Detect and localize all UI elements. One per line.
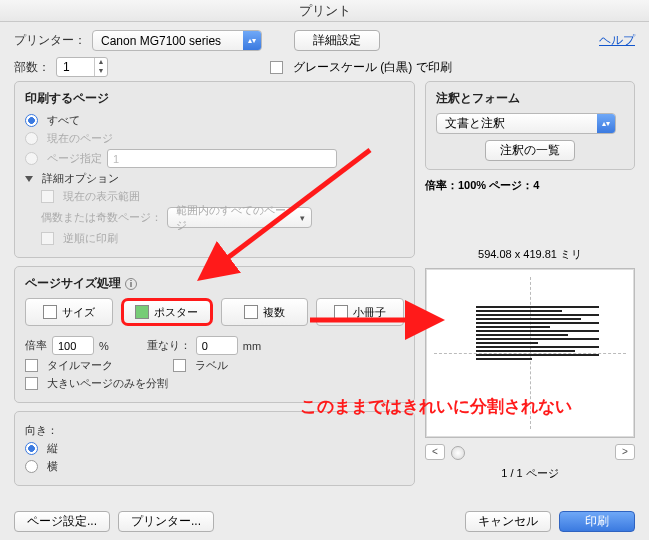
print-range-panel: 印刷するページ すべて 現在のページ ページ指定 1 詳細オプション 現在の表示…	[14, 81, 415, 258]
annotations-panel: 注釈とフォーム 文書と注釈▴▾ 注釈の一覧	[425, 81, 635, 170]
page-specify-input: 1	[107, 149, 337, 168]
preview-dims: 594.08 x 419.81 ミリ	[425, 247, 635, 262]
page-sizing-panel: ページサイズ処理i サイズ ポスター 複数 小冊子 倍率 100 % 重なり： …	[14, 266, 415, 403]
info-icon[interactable]: i	[125, 278, 137, 290]
range-specify-radio	[25, 152, 38, 165]
current-view-check	[41, 190, 54, 203]
next-page-button[interactable]: >	[615, 444, 635, 460]
label-check[interactable]	[173, 359, 186, 372]
page-setup-button[interactable]: ページ設定...	[14, 511, 110, 532]
printer-label: プリンター：	[14, 32, 86, 49]
orient-landscape-radio[interactable]	[25, 460, 38, 473]
printer-select[interactable]: Canon MG7100 series▴▾	[92, 30, 262, 51]
scale-input[interactable]: 100	[52, 336, 94, 355]
orientation-panel: 向き： 縦 横	[14, 411, 415, 486]
range-all-radio[interactable]	[25, 114, 38, 127]
prev-page-button[interactable]: <	[425, 444, 445, 460]
help-link[interactable]: ヘルプ	[599, 32, 635, 49]
annot-list-button[interactable]: 注釈の一覧	[485, 140, 575, 161]
splitlarge-check[interactable]	[25, 377, 38, 390]
grayscale-label: グレースケール (白黒) で印刷	[293, 59, 452, 76]
pager-label: 1 / 1 ページ	[425, 466, 635, 481]
range-current-radio	[25, 132, 38, 145]
disclosure-icon[interactable]	[25, 176, 33, 182]
tab-size[interactable]: サイズ	[25, 298, 113, 326]
cancel-button[interactable]: キャンセル	[465, 511, 551, 532]
tilemark-check[interactable]	[25, 359, 38, 372]
copies-stepper[interactable]: 1 ▲▼	[56, 57, 108, 77]
advanced-settings-button[interactable]: 詳細設定	[294, 30, 380, 51]
printer-settings-button[interactable]: プリンター...	[118, 511, 214, 532]
print-button[interactable]: 印刷	[559, 511, 635, 532]
reverse-check	[41, 232, 54, 245]
copies-label: 部数：	[14, 59, 50, 76]
orient-portrait-radio[interactable]	[25, 442, 38, 455]
range-heading: 印刷するページ	[25, 90, 404, 107]
preview-info: 倍率：100% ページ：4	[425, 176, 635, 195]
tab-booklet[interactable]: 小冊子	[316, 298, 404, 326]
callout-text: このままではきれいに分割されない	[300, 395, 572, 418]
grayscale-checkbox[interactable]	[270, 61, 283, 74]
annot-select[interactable]: 文書と注釈▴▾	[436, 113, 616, 134]
oddeven-select[interactable]: 範囲内のすべてのページ	[167, 207, 312, 228]
tab-multi[interactable]: 複数	[221, 298, 309, 326]
window-title: プリント	[0, 0, 649, 22]
tab-poster[interactable]: ポスター	[121, 298, 213, 326]
page-slider[interactable]	[451, 446, 609, 458]
overlap-input[interactable]: 0	[196, 336, 238, 355]
